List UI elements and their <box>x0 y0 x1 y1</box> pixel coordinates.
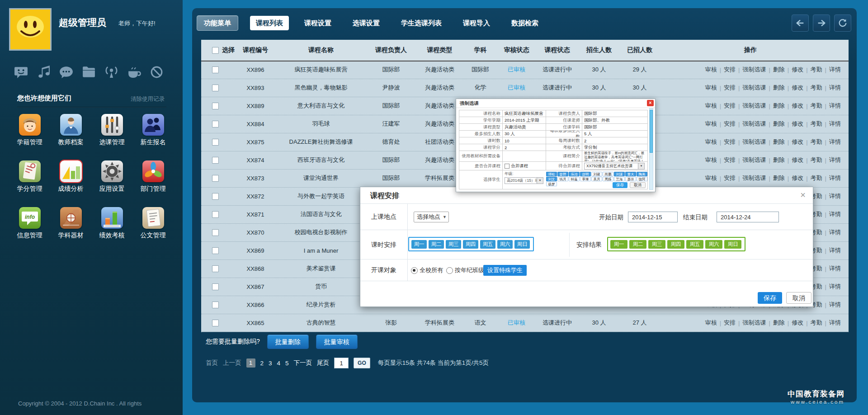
merge-target-select[interactable]: XX792播音主持艺术欣赏课▼ <box>584 163 645 170</box>
page-last-link[interactable]: 尾页 <box>317 359 329 367</box>
tab-课程导入[interactable]: 课程导入 <box>457 16 496 30</box>
op-link-arrange[interactable]: 安排 <box>724 174 736 182</box>
grade-select[interactable]: 高2014级（15）班▼ <box>505 177 543 184</box>
student-tag[interactable]: 李琳语 <box>580 177 591 181</box>
back-arrow-button[interactable] <box>792 14 809 32</box>
student-tag[interactable]: 谭松柏 <box>546 172 557 176</box>
app-item-equipment[interactable]: 学科器材 <box>50 207 91 254</box>
page-number-1[interactable]: 1 <box>246 358 255 368</box>
block-icon[interactable] <box>149 65 164 80</box>
op-link-edit[interactable]: 修改 <box>792 120 803 128</box>
student-tag[interactable]: 周烁竹 <box>603 177 613 181</box>
row-checkbox[interactable] <box>212 229 219 236</box>
tab-课程列表[interactable]: 课程列表 <box>250 16 289 30</box>
weekday-result-tag[interactable]: 周三 <box>648 240 665 249</box>
op-link-arrange[interactable]: 安排 <box>724 66 736 74</box>
row-checkbox[interactable] <box>212 103 219 109</box>
set-special-students-button[interactable]: 设置特殊学生 <box>483 265 527 276</box>
op-link-edit[interactable]: 修改 <box>792 174 803 182</box>
close-icon[interactable]: × <box>647 100 654 106</box>
op-link-delete[interactable]: 删除 <box>773 84 785 92</box>
app-item-info-mgmt[interactable]: info信息管理 <box>9 207 50 254</box>
weekday-result-tag[interactable]: 周一 <box>610 240 627 249</box>
tab-课程设置[interactable]: 课程设置 <box>298 16 337 30</box>
page-number-5[interactable]: 5 <box>285 360 289 367</box>
op-link-attendance[interactable]: 考勤 <box>811 156 822 164</box>
op-link-force-select[interactable]: 强制选课 <box>742 84 766 92</box>
op-link-details[interactable]: 详情 <box>829 120 841 128</box>
page-input[interactable] <box>334 358 349 368</box>
op-link-audit[interactable]: 审核 <box>705 138 717 146</box>
row-checkbox[interactable] <box>212 139 219 146</box>
go-button[interactable]: GO <box>354 358 370 368</box>
weekday-result-tag[interactable]: 周六 <box>705 240 722 249</box>
op-link-details[interactable]: 详情 <box>829 138 841 146</box>
op-link-delete[interactable]: 删除 <box>773 156 785 164</box>
function-menu-button[interactable]: 功能菜单 <box>197 15 238 31</box>
student-tag[interactable]: 兰海天 <box>614 177 625 181</box>
student-tag[interactable]: 尚鹏 <box>603 172 613 176</box>
clear-history-link[interactable]: 清除使用记录 <box>131 95 165 103</box>
cancel-button[interactable]: 取消 <box>630 182 646 188</box>
location-select[interactable]: 选择地点 ▼ <box>414 212 449 222</box>
weekday-tag[interactable]: 周一 <box>411 240 427 249</box>
op-link-force-select[interactable]: 强制选课 <box>742 319 766 327</box>
op-link-audit[interactable]: 审核 <box>705 66 717 74</box>
row-checkbox[interactable] <box>212 283 219 290</box>
row-checkbox[interactable] <box>212 157 219 164</box>
op-link-attendance[interactable]: 考勤 <box>811 84 822 92</box>
weekday-tag[interactable]: 周二 <box>429 240 444 249</box>
coffee-icon[interactable] <box>127 65 142 80</box>
op-link-edit[interactable]: 修改 <box>792 156 803 164</box>
op-link-arrange[interactable]: 安排 <box>724 120 736 128</box>
op-link-details[interactable]: 详情 <box>829 192 841 200</box>
weekday-tag[interactable]: 周六 <box>497 240 513 249</box>
weekday-result-tag[interactable]: 周日 <box>724 240 741 249</box>
row-checkbox[interactable] <box>212 320 219 326</box>
tab-选课设置[interactable]: 选课设置 <box>347 16 386 30</box>
op-link-force-select[interactable]: 强制选课 <box>742 138 766 146</box>
app-item-course-select[interactable]: 选课管理 <box>91 114 132 160</box>
op-link-audit[interactable]: 审核 <box>705 84 717 92</box>
scrollbar[interactable] <box>649 108 653 190</box>
op-link-audit[interactable]: 审核 <box>705 174 717 182</box>
folder-icon[interactable] <box>81 65 96 80</box>
student-tag[interactable]: 赵明寅 <box>580 172 591 176</box>
cancel-button[interactable]: 取消 <box>786 292 811 304</box>
student-tag[interactable]: 刘潇语 <box>614 172 625 176</box>
op-link-details[interactable]: 详情 <box>829 301 841 309</box>
tab-学生选课列表[interactable]: 学生选课列表 <box>395 16 448 30</box>
op-link-details[interactable]: 详情 <box>829 283 841 291</box>
op-link-audit[interactable]: 审核 <box>705 120 717 128</box>
page-number-3[interactable]: 3 <box>269 360 272 367</box>
app-item-student-records[interactable]: 学籍管理 <box>9 114 50 160</box>
op-link-edit[interactable]: 修改 <box>792 102 803 110</box>
save-button[interactable]: 保存 <box>758 292 782 304</box>
op-link-attendance[interactable]: 考勤 <box>811 102 822 110</box>
scrollbar-thumb[interactable] <box>650 110 653 153</box>
op-link-details[interactable]: 详情 <box>829 210 841 218</box>
op-link-force-select[interactable]: 强制选课 <box>742 102 766 110</box>
row-checkbox[interactable] <box>212 175 219 182</box>
weekday-tag[interactable]: 周三 <box>446 240 461 249</box>
student-tag[interactable]: 乐冶 <box>569 172 580 176</box>
merge-checkbox[interactable] <box>505 164 509 169</box>
op-link-arrange[interactable]: 安排 <box>724 138 736 146</box>
op-link-details[interactable]: 详情 <box>829 174 841 182</box>
refresh-button[interactable] <box>834 14 851 32</box>
tab-数据检索[interactable]: 数据检索 <box>505 16 544 30</box>
op-link-delete[interactable]: 删除 <box>773 138 785 146</box>
weekday-tag[interactable]: 周五 <box>480 240 495 249</box>
weekday-tag[interactable]: 周四 <box>463 240 478 249</box>
chat-icon[interactable] <box>59 65 74 80</box>
student-tag[interactable]: 饶阿艺 <box>637 177 647 181</box>
op-link-delete[interactable]: 删除 <box>773 66 785 74</box>
page-number-2[interactable]: 2 <box>260 360 264 367</box>
op-link-attendance[interactable]: 考勤 <box>811 319 822 327</box>
op-link-attendance[interactable]: 考勤 <box>811 174 822 182</box>
op-link-audit[interactable]: 审核 <box>705 156 717 164</box>
student-tag[interactable]: 钟嘉秀 <box>569 177 580 181</box>
op-link-arrange[interactable]: 安排 <box>724 102 736 110</box>
row-checkbox[interactable] <box>212 66 219 73</box>
close-icon[interactable]: × <box>800 190 806 200</box>
